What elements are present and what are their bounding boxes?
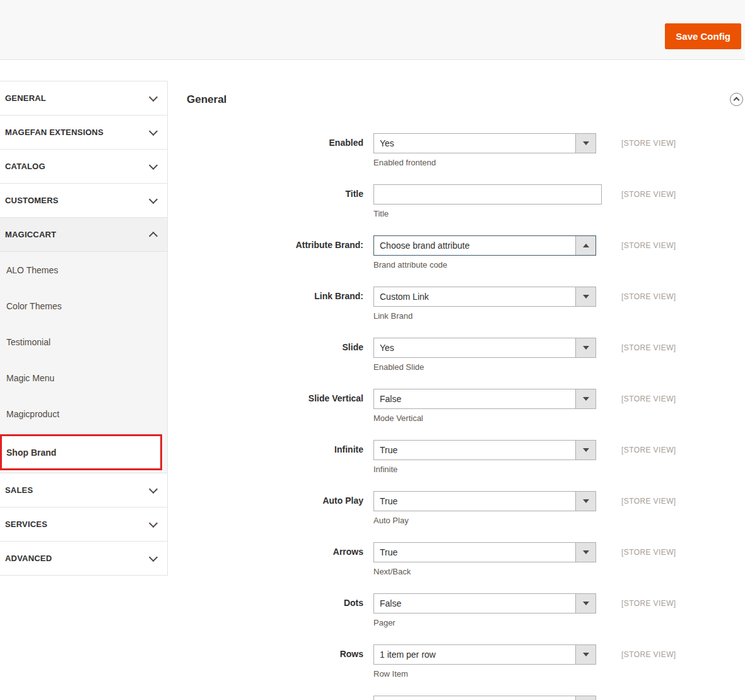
sidebar-section-services[interactable]: SERVICES [0,507,167,542]
sidebar-section-label: SERVICES [5,519,47,529]
dropdown-arrow-icon[interactable] [575,441,595,460]
dropdown-arrow-icon[interactable] [575,389,595,408]
page-header: Save Config [0,0,745,60]
sidebar-section-label: ADVANCED [5,554,52,563]
link-brand-select[interactable]: Custom Link [373,287,596,307]
enabled-select[interactable]: Yes [373,133,596,153]
field-control: False Mode Vertical [373,389,596,424]
field-control: 1 item per row Row Item [373,644,596,680]
select-value: Yes [374,338,575,357]
save-config-button[interactable]: Save Config [665,23,741,49]
field-label: Slide [187,338,363,352]
dropdown-arrow-up-icon[interactable] [575,236,595,255]
fields-container: Enabled Yes Enabled frontend [STORE VIEW… [187,133,745,700]
field-comment: Row Item [373,668,596,680]
partial-field-row [187,696,745,700]
field-control [373,696,596,700]
chevron-down-icon [149,160,158,169]
field-comment: Enabled Slide [373,362,596,373]
sidebar-section-label: MAGICCART [5,230,56,239]
dots-select[interactable]: False [373,593,596,614]
dropdown-arrow-icon[interactable] [575,696,595,700]
sidebar-section-catalog[interactable]: CATALOG [0,150,167,184]
field-comment: Brand attribute code [373,259,596,271]
select-value [374,696,575,700]
sidebar-item-label: ALO Themes [6,265,58,275]
field-label: Title [187,184,363,199]
field-control: True Next/Back [373,542,596,578]
store-view-scope-label: [STORE VIEW] [621,389,676,403]
sidebar-section-label: CATALOG [5,162,45,171]
field-label: Enabled [187,133,363,148]
attribute-brand-select[interactable]: Choose brand attribute [373,235,596,256]
field-comment: Auto Play [373,515,596,526]
title-input[interactable] [373,184,602,205]
sidebar-item-label: Shop Brand [6,448,56,458]
sidebar-item-magicproduct[interactable]: Magicproduct [0,396,167,432]
chevron-down-icon [149,484,158,493]
field-comment: Link Brand [373,311,596,322]
sidebar-item-alo-themes[interactable]: ALO Themes [0,252,167,288]
select-value: 1 item per row [374,645,575,664]
sidebar-item-testimonial[interactable]: Testimonial [0,324,167,360]
sidebar-section-label: CUSTOMERS [5,196,59,205]
dots-field-row: Dots False Pager [STORE VIEW] [187,593,745,629]
slide-select[interactable]: Yes [373,338,596,358]
sidebar-section-magiccart[interactable]: MAGICCART [0,218,167,252]
slide-vertical-select[interactable]: False [373,389,596,409]
sidebar-section-label: MAGEFAN EXTENSIONS [5,128,103,137]
field-comment: Next/Back [373,566,596,578]
dropdown-arrow-icon[interactable] [575,134,595,153]
field-label: Rows [187,644,363,659]
select-value: True [374,543,575,562]
sidebar-item-label: Color Themes [6,301,62,311]
collapse-section-icon[interactable] [730,93,743,106]
dropdown-arrow-icon[interactable] [575,645,595,664]
field-control: False Pager [373,593,596,629]
sidebar-section-advanced[interactable]: ADVANCED [0,542,167,576]
sidebar-section-label: GENERAL [5,93,46,103]
partial-select[interactable] [373,696,596,700]
field-label [187,696,363,700]
store-view-scope-label: [STORE VIEW] [621,287,676,301]
sidebar-section-general[interactable]: GENERAL [0,81,167,116]
sidebar-section-customers[interactable]: CUSTOMERS [0,184,167,218]
select-value: True [374,492,575,511]
select-value: False [374,594,575,613]
sidebar-section-magefan-extensions[interactable]: MAGEFAN EXTENSIONS [0,116,167,150]
dropdown-arrow-icon[interactable] [575,492,595,511]
field-control: True Infinite [373,440,596,475]
store-view-scope-label: [STORE VIEW] [621,184,676,199]
sidebar-item-magic-menu[interactable]: Magic Menu [0,360,167,396]
store-view-scope-label: [STORE VIEW] [621,542,676,557]
dropdown-arrow-icon[interactable] [575,543,595,562]
field-label: Link Brand: [187,287,363,301]
rows-select[interactable]: 1 item per row [373,644,596,665]
dropdown-arrow-icon[interactable] [575,338,595,357]
field-label: Arrows [187,542,363,557]
dropdown-arrow-icon[interactable] [575,287,595,306]
chevron-down-icon [149,126,158,135]
chevron-down-icon [149,194,158,203]
sidebar-item-color-themes[interactable]: Color Themes [0,288,167,324]
chevron-up-icon [734,97,740,104]
field-comment: Mode Vertical [373,413,596,424]
store-view-scope-label: [STORE VIEW] [621,593,676,608]
field-label: Dots [187,593,363,608]
field-label: Auto Play [187,491,363,506]
store-view-scope-label: [STORE VIEW] [621,133,676,148]
sidebar-section-label: SALES [5,485,33,495]
sidebar-item-shop-brand[interactable]: Shop Brand [0,434,162,470]
field-control: Choose brand attribute Brand attribute c… [373,235,596,271]
dropdown-arrow-icon[interactable] [575,594,595,613]
title-field-row: Title Title [STORE VIEW] [187,184,745,220]
field-label: Attribute Brand: [187,235,363,250]
arrows-field-row: Arrows True Next/Back [STORE VIEW] [187,542,745,578]
slide-vertical-field-row: Slide Vertical False Mode Vertical [STOR… [187,389,745,425]
arrows-select[interactable]: True [373,542,596,562]
select-value: Custom Link [374,287,575,306]
auto-play-select[interactable]: True [373,491,596,511]
store-view-scope-label: [STORE VIEW] [621,235,676,250]
sidebar-section-sales[interactable]: SALES [0,473,167,507]
infinite-select[interactable]: True [373,440,596,460]
